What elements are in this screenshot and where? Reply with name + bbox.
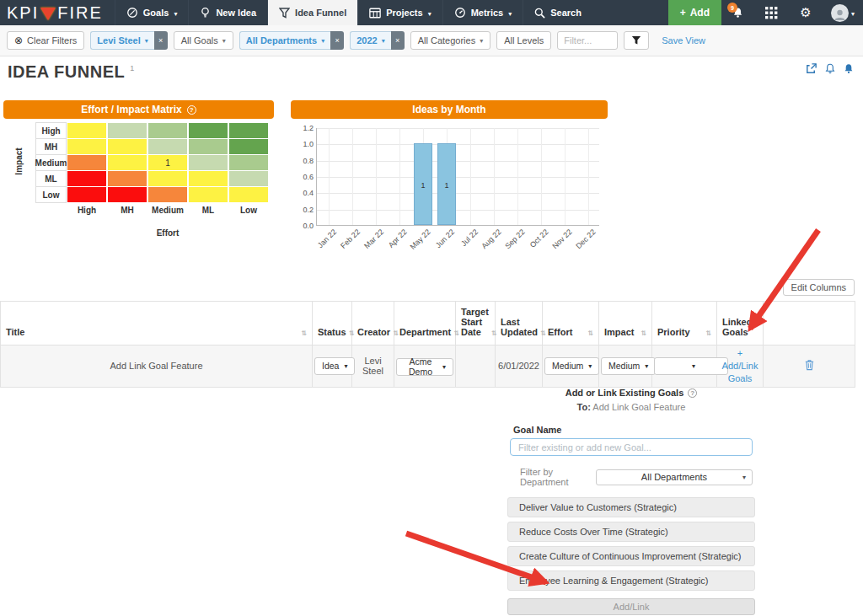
matrix-cell[interactable] [67, 170, 107, 187]
matrix-cell[interactable] [67, 122, 107, 139]
status-dropdown[interactable]: Idea▾ [314, 357, 355, 375]
clear-filters-button[interactable]: ⊗ Clear Filters [7, 31, 84, 50]
bar-value-label: 1 [438, 181, 455, 190]
effort-impact-matrix-panel: Effort / Impact Matrix ? Impact HighMHMe… [3, 100, 274, 245]
cell-title[interactable]: Add Link Goal Feature [1, 345, 313, 388]
effort-dropdown[interactable]: Medium▾ [544, 357, 599, 375]
column-header-impact[interactable]: Impact⇅ [599, 302, 652, 345]
year-filter[interactable]: 2022▾ × [350, 31, 405, 50]
apply-filter-button[interactable] [624, 31, 649, 50]
bar[interactable]: 1 [414, 143, 432, 225]
x-tick-label: Oct 22 [528, 228, 550, 249]
trash-icon[interactable] [804, 359, 815, 371]
user-filter[interactable]: Levi Steel▾ × [90, 31, 167, 50]
column-header-effort[interactable]: Effort⇅ [543, 302, 599, 345]
column-header-department[interactable]: Department⇅ [394, 302, 456, 345]
notifications-button[interactable]: 9 [721, 0, 755, 25]
matrix-cell[interactable] [107, 122, 147, 139]
chevron-down-icon: ▾ [321, 37, 324, 45]
cell-actions [764, 345, 855, 388]
matrix-cell[interactable]: 1 [147, 154, 188, 171]
matrix-cell[interactable] [107, 154, 147, 171]
add-link-goals-link[interactable]: + Add/Link Goals [719, 347, 761, 385]
matrix-cell[interactable] [67, 154, 107, 171]
matrix-cell[interactable] [228, 170, 269, 187]
matrix-cell[interactable] [147, 186, 188, 203]
goal-option[interactable]: Create Culture of Continuous Improvement… [507, 546, 755, 566]
bell-filled-icon[interactable] [843, 62, 855, 75]
matrix-cell[interactable] [228, 154, 269, 171]
matrix-cell[interactable] [188, 154, 228, 171]
column-header-target-start-date[interactable]: Target Start Date⇅ [456, 302, 496, 345]
column-header-priority[interactable]: Priority⇅ [652, 302, 717, 345]
goal-option[interactable]: Reduce Costs Over Time (Strategic) [507, 522, 755, 542]
modal-department-dropdown[interactable]: All Departments ▾ [596, 469, 753, 485]
matrix-cell[interactable] [67, 138, 107, 155]
matrix-cell[interactable] [107, 138, 147, 155]
goals-filter[interactable]: All Goals▾ [174, 31, 233, 50]
matrix-cell[interactable] [67, 186, 107, 203]
sort-icon: ⇅ [491, 329, 497, 337]
matrix-cell[interactable] [188, 170, 228, 187]
nav-item-search[interactable]: Search [523, 0, 592, 25]
add-button[interactable]: + Add [668, 0, 721, 25]
matrix-cell[interactable] [107, 186, 147, 203]
matrix-cell[interactable] [228, 138, 269, 155]
levels-filter[interactable]: All Levels [496, 31, 551, 50]
help-icon[interactable]: ? [187, 105, 196, 115]
help-icon[interactable]: ? [688, 388, 697, 398]
matrix-cell[interactable] [188, 122, 228, 139]
matrix-cell[interactable] [228, 122, 269, 139]
save-view-link[interactable]: Save View [662, 35, 705, 46]
nav-item-projects[interactable]: Projects ▾ [357, 0, 442, 25]
gridline [517, 128, 518, 225]
remove-year-filter-button[interactable]: × [391, 31, 405, 50]
impact-dropdown[interactable]: Medium▾ [601, 357, 656, 375]
matrix-cell[interactable] [188, 138, 228, 155]
matrix-cell[interactable] [107, 170, 147, 187]
filter-input[interactable] [557, 31, 618, 50]
remove-departments-filter-button[interactable]: × [330, 31, 344, 50]
remove-user-filter-button[interactable]: × [154, 31, 168, 50]
nav-label: Goals [143, 8, 169, 18]
nav-item-new-idea[interactable]: New Idea [188, 0, 267, 25]
matrix-cell[interactable] [147, 122, 188, 139]
goal-name-input[interactable] [510, 438, 753, 456]
kpi-fire-logo[interactable]: KPI FIRE [0, 0, 115, 25]
gridline [317, 144, 599, 145]
user-menu[interactable]: ▾ [823, 0, 863, 25]
chevron-down-icon: ▾ [382, 37, 385, 45]
matrix-cell[interactable] [228, 186, 269, 203]
column-header-status[interactable]: Status⇅ [313, 302, 352, 345]
nav-item-idea-funnel[interactable]: Idea Funnel [267, 0, 357, 25]
column-header-creator[interactable]: Creator⇅ [352, 302, 394, 345]
year-filter-value: 2022 [356, 35, 377, 46]
matrix-cell[interactable] [147, 170, 188, 187]
y-tick-label: 0.2 [290, 206, 314, 214]
apps-grid-button[interactable] [755, 0, 789, 25]
priority-dropdown[interactable]: ▾ [654, 357, 728, 375]
column-header-title[interactable]: Title⇅ [1, 302, 313, 345]
matrix-cell[interactable] [147, 138, 188, 155]
bell-outline-icon[interactable] [824, 62, 836, 75]
column-header-last-updated[interactable]: Last Updated⇅ [496, 302, 543, 345]
cell-priority: ▾ [652, 345, 717, 388]
department-dropdown[interactable]: Acme Demo▾ [396, 358, 453, 376]
chevron-down-icon: ▾ [344, 362, 347, 370]
settings-button[interactable]: ⚙ [789, 0, 823, 25]
goal-option[interactable]: Employee Learning & Engagement (Strategi… [507, 570, 755, 591]
matrix-col-label: High [67, 203, 107, 217]
edit-columns-button[interactable]: Edit Columns [783, 279, 855, 296]
chevron-down-icon: ▾ [174, 10, 177, 18]
categories-filter[interactable]: All Categories▾ [410, 31, 491, 50]
matrix-cell[interactable] [188, 186, 228, 203]
matrix-row-label: Low [35, 186, 67, 203]
add-link-button[interactable]: Add/Link [507, 598, 755, 615]
nav-item-goals[interactable]: Goals ▾ [115, 0, 189, 25]
bar[interactable]: 1 [437, 143, 456, 225]
departments-filter[interactable]: All Departments▾ × [239, 31, 344, 50]
share-icon[interactable] [805, 62, 817, 75]
nav-item-metrics[interactable]: Metrics ▾ [442, 0, 523, 25]
gauge-icon [454, 7, 466, 19]
goal-option[interactable]: Deliver Value to Customers (Strategic) [507, 497, 755, 517]
